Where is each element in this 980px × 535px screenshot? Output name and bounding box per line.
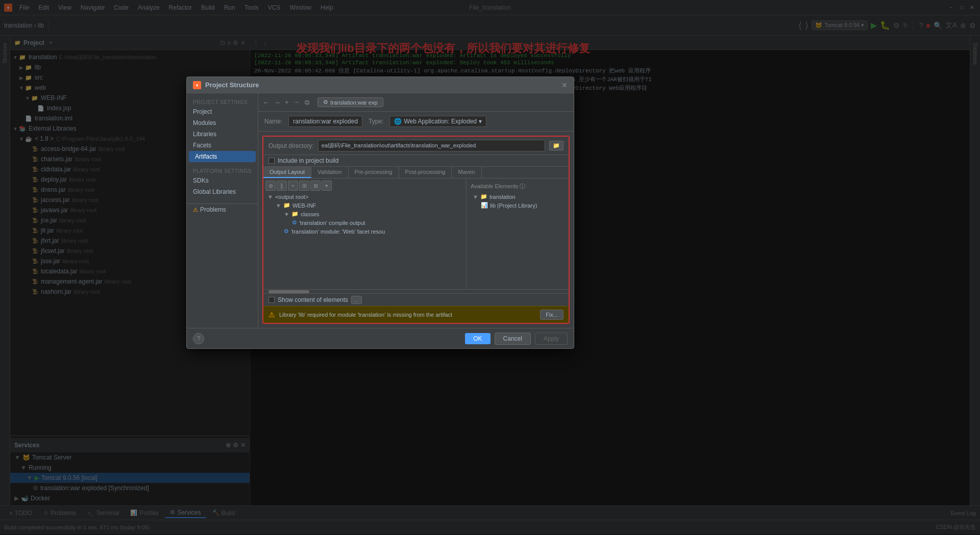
show-content-dots-button[interactable]: ... — [351, 296, 362, 304]
artifact-tool-5[interactable]: ⊠ — [310, 181, 321, 191]
add-artifact-button[interactable]: + — [285, 98, 289, 106]
classes-label: classes — [301, 211, 320, 217]
problems-warning-icon: ⚠ — [193, 207, 198, 213]
classes-expand-icon: ▼ — [284, 211, 289, 217]
resource-label: 'translation' module: 'Web' facet resou — [291, 228, 385, 235]
artifact-tab-icon: ⚙ — [323, 99, 328, 106]
nav-sdks[interactable]: SDKs — [187, 175, 258, 186]
name-value[interactable]: ranslation:war exploded — [288, 116, 362, 127]
nav-artifacts[interactable]: Artifacts — [189, 151, 256, 162]
help-question-button[interactable]: ? — [193, 333, 204, 344]
artifact-tool-2[interactable]: ∥ — [277, 181, 287, 191]
artifact-tree-panel: ⊕ ∥ + ⊞ ⊠ ▾ ▼ <output root> — [263, 179, 467, 289]
artifact-content-box: Output directory: eal源码\File_translation… — [262, 136, 570, 324]
browse-button[interactable]: 📁 — [549, 141, 564, 150]
tab-pre-processing[interactable]: Pre-processing — [349, 167, 399, 178]
available-lib[interactable]: 📊 lib (Project Library) — [471, 201, 565, 210]
apply-button[interactable]: Apply — [535, 333, 568, 345]
dialog-title-text: Project Structure — [205, 81, 259, 89]
modal-overlay: ♦ Project Structure ✕ Project Settings P… — [0, 0, 980, 535]
dialog-main-content: ← → + − ⧉ ⚙ translation:war exp Name: ra… — [258, 93, 574, 328]
classes-folder-icon: 📁 — [291, 211, 299, 217]
artifact-tool-1[interactable]: ⊕ — [265, 181, 276, 191]
artifact-tab-label: translation:war exp — [330, 99, 377, 106]
name-type-row: Name: ranslation:war exploded Type: 🌐 We… — [258, 112, 574, 132]
nav-problems[interactable]: Problems — [200, 206, 226, 213]
type-select[interactable]: 🌐 Web Application: Exploded ▾ — [389, 116, 486, 127]
remove-artifact-button[interactable]: − — [295, 98, 299, 106]
horizontal-scrollbar[interactable] — [263, 289, 569, 293]
output-dir-path[interactable]: eal源码\File_translation\out\artifacts\tra… — [318, 140, 545, 151]
output-dir-row: Output directory: eal源码\File_translation… — [263, 137, 569, 155]
resource-icon: ⚙ — [284, 228, 289, 235]
artifact-tree-webinf[interactable]: ▼ 📁 WEB-INF — [265, 201, 464, 210]
artifact-tree-compile[interactable]: ⚙ 'translation' compile output — [265, 218, 464, 227]
available-elements-panel: Available Elements ⓘ ▼ 📁 translation 📊 l… — [467, 179, 569, 289]
include-checkbox[interactable] — [268, 158, 275, 164]
webinf-label: WEB-INF — [292, 202, 316, 209]
dialog-back-arrow[interactable]: ← — [262, 98, 270, 107]
dialog-forward-arrow[interactable]: → — [274, 98, 281, 107]
nav-global-libraries[interactable]: Global Libraries — [187, 186, 258, 197]
type-value: Web Application: Exploded — [404, 118, 477, 125]
dialog-nav: Project Settings Project Modules Librari… — [187, 93, 258, 328]
project-structure-dialog: ♦ Project Structure ✕ Project Settings P… — [186, 77, 574, 349]
cancel-button[interactable]: Cancel — [495, 333, 531, 345]
type-dropdown-icon: ▾ — [479, 118, 482, 125]
dialog-icon: ♦ — [193, 81, 201, 89]
available-elements-title: Available Elements ⓘ — [471, 183, 565, 190]
nav-libraries[interactable]: Libraries — [187, 129, 258, 140]
dialog-body: Project Settings Project Modules Librari… — [187, 93, 574, 328]
available-lib-label: lib (Project Library) — [490, 202, 537, 209]
artifact-tool-4[interactable]: ⊞ — [299, 181, 309, 191]
output-root-label: <output root> — [275, 194, 308, 200]
artifact-tree-root[interactable]: ▼ <output root> — [265, 193, 464, 201]
lib-library-icon: 📊 — [481, 202, 488, 209]
content-tabs: Output Layout Validation Pre-processing … — [263, 167, 569, 179]
artifact-tool-6[interactable]: ▾ — [322, 181, 332, 191]
ok-button[interactable]: OK — [465, 333, 490, 344]
name-label: Name: — [264, 118, 282, 125]
platform-settings-label: Platform Settings — [187, 166, 258, 175]
compile-label: 'translation' compile output — [299, 220, 365, 226]
show-content-label: Show content of elements — [278, 296, 348, 303]
include-in-build-row: Include in project build — [263, 155, 569, 167]
project-settings-label: Project Settings — [187, 97, 258, 106]
warning-icon: ⚠ — [268, 311, 275, 319]
dialog-footer: ? OK Cancel Apply — [187, 328, 574, 348]
available-translation-label: translation — [489, 194, 516, 200]
type-label: Type: — [369, 118, 383, 125]
nav-facets[interactable]: Facets — [187, 140, 258, 151]
artifact-toolbar: ⊕ ∥ + ⊞ ⊠ ▾ — [265, 181, 464, 191]
nav-modules[interactable]: Modules — [187, 117, 258, 129]
artifact-tool-3[interactable]: + — [288, 181, 298, 191]
artifact-split: ⊕ ∥ + ⊞ ⊠ ▾ ▼ <output root> — [263, 179, 569, 289]
fix-button[interactable]: Fix... — [540, 310, 564, 320]
type-icon: 🌐 — [394, 118, 402, 125]
available-translation[interactable]: ▼ 📁 translation — [471, 192, 565, 201]
copy-artifact-button[interactable]: ⧉ — [305, 98, 309, 107]
available-folder-icon: 📁 — [480, 193, 487, 200]
show-content-checkbox[interactable] — [268, 297, 275, 303]
nav-project[interactable]: Project — [187, 106, 258, 117]
artifact-tab[interactable]: ⚙ translation:war exp — [317, 97, 383, 107]
artifact-tree-resource[interactable]: ⚙ 'translation' module: 'Web' facet reso… — [265, 227, 464, 236]
tab-validation[interactable]: Validation — [311, 167, 349, 178]
dialog-title-bar: ♦ Project Structure ✕ — [187, 77, 574, 93]
dialog-close-button[interactable]: ✕ — [561, 81, 568, 89]
webinf-expand-icon: ▼ — [276, 202, 281, 209]
scroll-thumb[interactable] — [268, 290, 309, 293]
available-expand-icon: ▼ — [473, 194, 478, 200]
tab-post-processing[interactable]: Post-processing — [399, 167, 452, 178]
warning-row: ⚠ Library 'lib' required for module 'tra… — [263, 306, 569, 323]
artifact-header: ← → + − ⧉ ⚙ translation:war exp — [258, 93, 574, 112]
artifact-tree-classes[interactable]: ▼ 📁 classes — [265, 210, 464, 218]
warning-text: Library 'lib' required for module 'trans… — [279, 312, 536, 318]
root-expand-icon: ▼ — [267, 194, 273, 200]
webinf-folder-icon-dialog: 📁 — [283, 202, 290, 209]
compile-icon: ⚙ — [292, 219, 297, 226]
tab-output-layout[interactable]: Output Layout — [263, 167, 311, 178]
show-content-row: Show content of elements ... — [263, 293, 569, 306]
include-label: Include in project build — [278, 157, 338, 164]
tab-maven[interactable]: Maven — [452, 167, 481, 178]
